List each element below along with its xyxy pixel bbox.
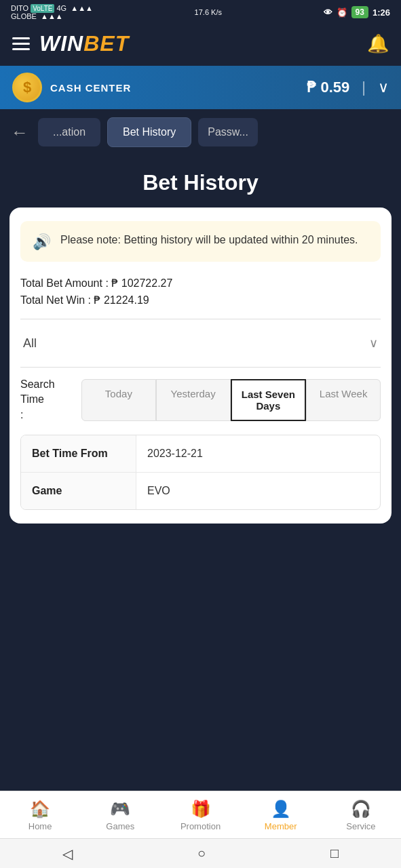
android-back-button[interactable]: ◁ xyxy=(62,846,73,862)
content-card: 🔊 Please note: Betting history will be u… xyxy=(9,208,392,524)
details-table: Bet Time From 2023-12-21 Game EVO xyxy=(20,435,381,510)
carrier2-label: GLOBE ▲▲▲ xyxy=(11,12,93,20)
nav-home[interactable]: 🏠 Home xyxy=(0,797,80,834)
hamburger-line3 xyxy=(12,48,30,50)
bottom-nav: 🏠 Home 🎮 Games 🎁 Promotion 👤 Member 🎧 Se… xyxy=(0,791,401,838)
dropdown-arrow-icon: ∨ xyxy=(369,336,378,351)
promotion-icon: 🎁 xyxy=(191,800,211,818)
search-time-row: SearchTime: Today Yesterday Last Seven D… xyxy=(20,377,381,422)
nav-promotion[interactable]: 🎁 Promotion xyxy=(160,797,240,834)
total-net-win: Total Net Win : ₱ 21224.19 xyxy=(20,294,381,307)
battery-indicator: 93 xyxy=(351,6,368,18)
table-row-bet-time: Bet Time From 2023-12-21 xyxy=(21,435,380,473)
divider1 xyxy=(20,319,381,319)
games-icon: 🎮 xyxy=(110,800,130,818)
status-bar: DITO VoLTE 4G ▲▲▲ GLOBE ▲▲▲ 17.6 K/s 👁 ⏰… xyxy=(0,0,401,24)
carrier-info: DITO VoLTE 4G ▲▲▲ GLOBE ▲▲▲ xyxy=(11,4,93,20)
hamburger-line2 xyxy=(12,43,30,45)
android-home-button[interactable]: ○ xyxy=(197,846,206,861)
time-btn-yesterday[interactable]: Yesterday xyxy=(156,379,231,421)
nav-service[interactable]: 🎧 Service xyxy=(321,797,401,834)
logo-win: WIN xyxy=(39,31,83,56)
table-row-game: Game EVO xyxy=(21,473,380,509)
game-label: Game xyxy=(21,473,136,509)
eye-icon: 👁 xyxy=(324,7,332,18)
time-buttons: Today Yesterday Last Seven Days Last Wee… xyxy=(81,379,381,421)
app-logo: WINBET xyxy=(39,31,129,56)
tab-information[interactable]: ...ation xyxy=(38,118,100,146)
hamburger-line1 xyxy=(12,37,30,39)
stats-section: Total Bet Amount : ₱ 102722.27 Total Net… xyxy=(20,277,381,307)
game-type-dropdown[interactable]: All ∨ xyxy=(20,329,381,357)
games-label: Games xyxy=(106,821,134,831)
search-time-label: SearchTime: xyxy=(20,377,81,422)
carrier1-label: DITO VoLTE 4G ▲▲▲ xyxy=(11,4,93,12)
status-icons: 👁 ⏰ 93 1:26 xyxy=(324,6,390,18)
logo-bet: BET xyxy=(83,31,129,56)
android-nav-bar: ◁ ○ □ xyxy=(0,838,401,868)
cash-center-bar: $ CASH CENTER ₱ 0.59 | ∨ xyxy=(0,66,401,109)
app-header: WINBET 🔔 xyxy=(0,24,401,66)
dollar-coin-icon: $ xyxy=(12,73,42,102)
time-btn-today[interactable]: Today xyxy=(81,379,156,421)
notification-bell[interactable]: 🔔 xyxy=(367,33,389,54)
service-icon: 🎧 xyxy=(351,800,371,818)
time-btn-last-week[interactable]: Last Week xyxy=(306,379,381,421)
divider2 xyxy=(20,367,381,368)
home-icon: 🏠 xyxy=(30,800,50,818)
back-button[interactable]: ← xyxy=(11,122,28,143)
time-display: 1:26 xyxy=(373,7,390,18)
home-label: Home xyxy=(28,821,52,831)
balance-value: 0.59 xyxy=(320,79,349,96)
header-left: WINBET xyxy=(12,31,129,56)
signal2-icon: ▲▲▲ xyxy=(41,12,63,20)
service-label: Service xyxy=(346,821,375,831)
promotion-label: Promotion xyxy=(180,821,221,831)
time-btn-last-seven-days[interactable]: Last Seven Days xyxy=(231,379,307,421)
clock-icon: ⏰ xyxy=(337,7,347,18)
member-icon: 👤 xyxy=(271,800,291,818)
bet-time-value: 2023-12-21 xyxy=(136,435,380,472)
member-label: Member xyxy=(265,821,297,831)
notice-text: Please note: Betting history will be upd… xyxy=(60,232,358,248)
tab-bet-history[interactable]: Bet History xyxy=(107,117,191,147)
cash-balance: ₱ 0.59 xyxy=(307,79,349,96)
hamburger-menu[interactable] xyxy=(12,37,30,50)
tab-nav: ← ...ation Bet History Passw... xyxy=(0,109,401,155)
tab-password[interactable]: Passw... xyxy=(198,118,258,146)
main-content: Bet History 🔊 Please note: Betting histo… xyxy=(0,155,401,625)
signal-icon: ▲▲▲ xyxy=(71,4,93,12)
cash-center-label: CASH CENTER xyxy=(50,82,299,94)
cash-dropdown-arrow[interactable]: ∨ xyxy=(378,79,389,96)
search-time-section: SearchTime: Today Yesterday Last Seven D… xyxy=(20,377,381,422)
cash-divider: | xyxy=(362,79,366,96)
total-bet-amount: Total Bet Amount : ₱ 102722.27 xyxy=(20,277,381,290)
battery-level: 93 xyxy=(356,7,364,17)
currency-symbol: ₱ xyxy=(307,79,320,96)
android-recent-button[interactable]: □ xyxy=(330,846,339,861)
nav-member[interactable]: 👤 Member xyxy=(241,797,321,834)
dropdown-selected: All xyxy=(23,336,37,351)
network-speed: 17.6 K/s xyxy=(195,8,222,16)
nav-games[interactable]: 🎮 Games xyxy=(80,797,160,834)
speaker-icon: 🔊 xyxy=(33,233,51,251)
page-title: Bet History xyxy=(9,155,392,208)
logo-text: WINBET xyxy=(39,31,129,56)
bet-time-label: Bet Time From xyxy=(21,435,136,472)
notice-box: 🔊 Please note: Betting history will be u… xyxy=(20,221,381,262)
game-value: EVO xyxy=(136,473,380,509)
